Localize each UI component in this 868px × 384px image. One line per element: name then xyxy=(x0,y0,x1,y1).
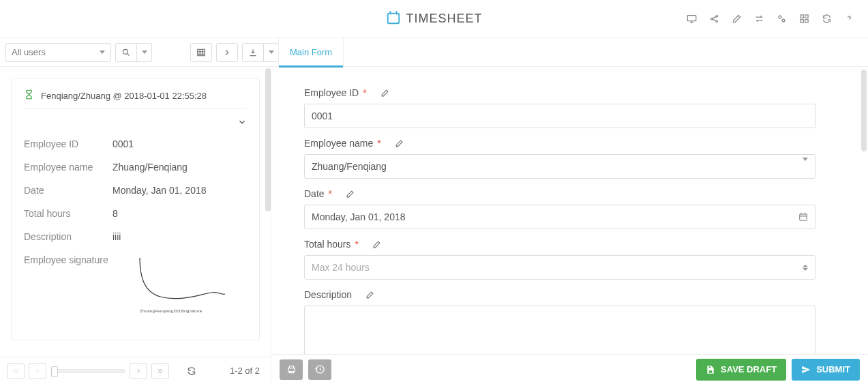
sidebar-footer: 1-2 of 2 xyxy=(0,357,271,384)
prev-page-button[interactable] xyxy=(29,363,46,379)
main-content: Fenqiang/Zhuang @ 2018-01-01 22:55:28 Em… xyxy=(0,67,868,384)
calendar-icon[interactable] xyxy=(798,212,808,222)
record-title: Fenqiang/Zhuang @ 2018-01-01 22:55:28 xyxy=(41,91,207,101)
gears-icon[interactable] xyxy=(777,14,787,24)
svg-point-6 xyxy=(782,19,785,22)
edit-icon[interactable] xyxy=(365,291,374,299)
label-employee-id: Employee ID xyxy=(24,138,113,149)
total-hours-field[interactable] xyxy=(304,255,815,280)
reload-list-button[interactable] xyxy=(183,363,200,379)
download-options-button[interactable] xyxy=(264,43,279,62)
transfer-icon[interactable] xyxy=(754,14,764,24)
slider-thumb[interactable] xyxy=(51,366,58,377)
help-icon[interactable] xyxy=(844,14,854,24)
sidebar-scrollbar[interactable] xyxy=(265,68,271,211)
value-employee-id: 0001 xyxy=(113,138,247,149)
edit-icon[interactable] xyxy=(380,89,389,98)
page-title-wrap: TIMESHEET xyxy=(385,10,482,27)
total-hours-input[interactable] xyxy=(312,262,803,273)
svg-rect-15 xyxy=(288,368,295,372)
svg-point-11 xyxy=(123,49,128,54)
form-label-description: Description xyxy=(304,289,352,300)
submit-button[interactable]: SUBMIT xyxy=(792,359,860,381)
caret-down-icon xyxy=(269,50,274,54)
share-icon[interactable] xyxy=(709,14,719,24)
value-employee-name: Zhuang/Fenqiang xyxy=(113,162,247,173)
monitor-icon[interactable] xyxy=(687,14,697,24)
form-scrollbar[interactable] xyxy=(861,70,867,151)
required-mark: * xyxy=(329,188,332,199)
page-slider[interactable] xyxy=(50,369,125,373)
user-filter-label: All users xyxy=(12,47,46,57)
employee-id-input[interactable] xyxy=(312,110,808,121)
last-page-button[interactable] xyxy=(151,363,169,379)
value-description: iiii xyxy=(113,231,247,242)
edit-icon[interactable] xyxy=(395,139,404,148)
tab-label: Main Form xyxy=(290,47,332,57)
edit-icon[interactable] xyxy=(372,240,381,249)
required-mark: * xyxy=(363,87,366,98)
form-label-total-hours: Total hours xyxy=(304,239,350,250)
calendar-icon xyxy=(385,10,400,27)
tab-bar: Main Form xyxy=(278,38,344,67)
label-description: Description xyxy=(24,231,113,242)
svg-rect-12 xyxy=(198,49,205,55)
value-date: Monday, Jan 01, 2018 xyxy=(113,185,247,196)
employee-name-value: Zhuang/Fenqiang xyxy=(312,161,387,172)
svg-rect-10 xyxy=(805,20,808,23)
refresh-icon[interactable] xyxy=(822,14,832,24)
employee-name-select[interactable]: Zhuang/Fenqiang xyxy=(304,154,815,179)
description-textarea[interactable] xyxy=(304,306,815,354)
svg-rect-8 xyxy=(805,15,808,18)
search-button[interactable] xyxy=(115,43,137,62)
svg-rect-7 xyxy=(800,15,803,18)
label-employee-name: Employee name xyxy=(24,162,113,173)
submit-label: SUBMIT xyxy=(816,364,850,374)
record-card-header: Fenqiang/Zhuang @ 2018-01-01 22:55:28 xyxy=(24,89,247,109)
form-pane: Employee ID* Employee name* Zhuang/Fenqi… xyxy=(271,67,868,384)
required-mark: * xyxy=(377,138,380,149)
first-page-button[interactable] xyxy=(7,363,25,379)
svg-point-5 xyxy=(779,16,781,18)
label-signature: Employee signature xyxy=(24,254,113,323)
form-footer: SAVE DRAFT SUBMIT xyxy=(271,354,868,384)
caret-down-icon xyxy=(100,50,105,54)
svg-point-4 xyxy=(716,20,718,23)
date-value: Monday, Jan 01, 2018 xyxy=(312,211,406,222)
toolbar: All users Main Form xyxy=(0,38,868,67)
next-page-button[interactable] xyxy=(130,363,147,379)
svg-point-3 xyxy=(716,16,718,18)
next-button[interactable] xyxy=(216,43,238,62)
user-filter-dropdown[interactable]: All users xyxy=(5,43,111,62)
print-button[interactable] xyxy=(280,359,303,380)
qr-icon[interactable] xyxy=(799,14,809,24)
save-draft-label: SAVE DRAFT xyxy=(721,364,777,374)
required-mark: * xyxy=(355,239,358,250)
employee-id-field[interactable] xyxy=(304,104,815,128)
grid-view-button[interactable] xyxy=(190,43,212,62)
form-label-employee-id: Employee ID xyxy=(304,87,359,98)
svg-text:ZhuangFenqiang2018signature: ZhuangFenqiang2018signature xyxy=(140,309,203,313)
svg-rect-14 xyxy=(800,214,807,220)
date-field[interactable]: Monday, Jan 01, 2018 xyxy=(304,205,815,229)
form-label-employee-name: Employee name xyxy=(304,138,373,149)
tab-main-form[interactable]: Main Form xyxy=(278,38,344,67)
page-title: TIMESHEET xyxy=(406,12,482,26)
svg-rect-0 xyxy=(387,14,399,24)
search-options-button[interactable] xyxy=(137,43,152,62)
hourglass-icon xyxy=(24,89,34,102)
label-total-hours: Total hours xyxy=(24,208,113,219)
svg-rect-1 xyxy=(687,16,696,21)
collapse-toggle[interactable] xyxy=(24,115,247,132)
edit-icon[interactable] xyxy=(346,190,355,198)
form-label-date: Date xyxy=(304,188,325,199)
edit-icon[interactable] xyxy=(732,14,742,24)
history-button[interactable] xyxy=(308,359,331,380)
page-info: 1-2 of 2 xyxy=(230,366,264,376)
download-button[interactable] xyxy=(242,43,264,62)
save-draft-button[interactable]: SAVE DRAFT xyxy=(696,359,786,381)
number-spinner[interactable] xyxy=(803,265,808,271)
value-signature: ZhuangFenqiang2018signature xyxy=(113,254,247,323)
app-header: TIMESHEET xyxy=(0,0,868,38)
record-sidebar: Fenqiang/Zhuang @ 2018-01-01 22:55:28 Em… xyxy=(0,67,271,384)
